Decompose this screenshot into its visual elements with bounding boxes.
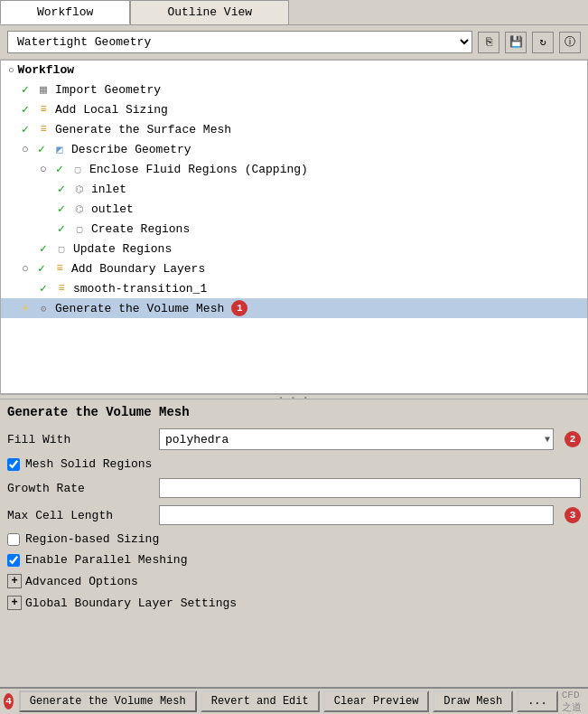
box-icon: ▢ — [70, 161, 86, 177]
item-label: Generate the Surface Mesh — [55, 123, 231, 136]
cylinder-icon: ⌬ — [71, 181, 88, 197]
max-cell-length-label: Max Cell Length — [7, 509, 152, 522]
item-label: Update Regions — [73, 242, 172, 256]
revert-edit-button[interactable]: Revert and Edit — [201, 691, 320, 712]
enable-parallel-meshing-label: Enable Parallel Meshing — [25, 553, 187, 567]
tab-outline-view[interactable]: Outline View — [130, 0, 289, 24]
item-label: Add Local Sizing — [55, 103, 168, 117]
tab-workflow[interactable]: Workflow — [0, 0, 130, 24]
bottom-bar: 4 Generate the Volume Mesh Revert and Ed… — [0, 687, 588, 714]
list-item[interactable]: ✓ ⌬ inlet — [1, 179, 587, 199]
copy-icon[interactable]: ⎘ — [478, 32, 499, 53]
check-icon: ✓ — [35, 142, 48, 156]
check-icon: ✓ — [55, 182, 68, 196]
check-icon: ✓ — [53, 162, 66, 176]
divider-dots: • • • — [278, 393, 309, 401]
check-icon: ✓ — [19, 122, 32, 136]
advanced-options-plus-icon[interactable]: + — [7, 574, 22, 588]
fill-with-label: Fill With — [7, 433, 152, 446]
list-item[interactable]: ✓ ≡ Generate the Surface Mesh — [1, 119, 587, 139]
list-item[interactable]: ✓ ▢ Update Regions — [1, 239, 587, 258]
save-icon[interactable]: 💾 — [505, 32, 527, 53]
warn-icon: ⚡ — [19, 301, 32, 315]
item-label: smooth-transition_1 — [73, 282, 207, 296]
box-icon: ▢ — [71, 221, 88, 237]
workflow-collapse-btn[interactable]: ○ — [8, 65, 14, 76]
item-label: Add Boundary Layers — [71, 262, 205, 276]
mesh-solid-regions-checkbox[interactable] — [7, 458, 20, 471]
box-icon: ▢ — [53, 240, 70, 257]
advanced-options-toggle[interactable]: + Advanced Options — [0, 570, 588, 592]
advanced-options-label: Advanced Options — [25, 575, 138, 588]
circle-icon: ○ — [19, 143, 32, 156]
check-icon: ✓ — [55, 221, 68, 236]
item-label: outlet — [91, 202, 134, 216]
badge-2: 2 — [565, 431, 581, 447]
shape-icon: ◩ — [51, 141, 68, 157]
form-title: Generate the Volume Mesh — [0, 399, 588, 425]
region-based-sizing-row: Region-based Sizing — [0, 529, 588, 550]
draw-mesh-button[interactable]: Draw Mesh — [433, 691, 513, 712]
global-boundary-layer-toggle[interactable]: + Global Boundary Layer Settings — [0, 592, 588, 614]
generate-volume-mesh-button[interactable]: Generate the Volume Mesh — [19, 691, 197, 712]
enable-parallel-meshing-row: Enable Parallel Meshing — [0, 550, 588, 570]
item-label: Import Geometry — [55, 83, 161, 97]
check-icon: ✓ — [19, 102, 32, 117]
workflow-select[interactable]: Watertight Geometry Fault-tolerant Meshi… — [7, 31, 472, 53]
list-item[interactable]: ○ ✓ ≡ Add Boundary Layers — [1, 258, 587, 278]
check-icon: ✓ — [55, 202, 68, 216]
workflow-header: ○ Workflow — [1, 61, 587, 80]
cylinder-icon: ⌬ — [71, 201, 88, 217]
growth-rate-label: Growth Rate — [7, 482, 152, 495]
collapse-icon[interactable]: ○ — [19, 262, 32, 276]
enable-parallel-meshing-checkbox[interactable] — [7, 554, 20, 567]
max-cell-length-input[interactable]: 7.260006 — [159, 505, 554, 525]
layers-icon: ≡ — [35, 101, 51, 117]
info-icon[interactable]: ⓘ — [559, 32, 581, 53]
layers-icon: ≡ — [53, 280, 70, 296]
badge-3: 3 — [565, 507, 581, 523]
gear-icon: ⚙ — [35, 300, 51, 316]
list-item[interactable]: ⚡ ⚙ Generate the Volume Mesh 1 — [1, 298, 587, 318]
item-label: inlet — [91, 183, 126, 196]
item-label: Enclose Fluid Regions (Capping) — [89, 163, 308, 176]
global-boundary-label: Global Boundary Layer Settings — [25, 597, 237, 610]
mesh-solid-regions-label: Mesh Solid Regions — [25, 457, 152, 471]
fill-with-row: Fill With polyhedra hexcore tetrahedral … — [0, 425, 588, 454]
check-icon: ✓ — [37, 241, 50, 256]
refresh-icon[interactable]: ↻ — [532, 32, 554, 53]
check-icon: ✓ — [19, 82, 32, 97]
check-icon: ✓ — [35, 261, 48, 276]
list-item[interactable]: ✓ ▦ Import Geometry — [1, 80, 587, 99]
list-item[interactable]: ✓ ▢ Create Regions — [1, 219, 587, 239]
badge-4: 4 — [4, 693, 14, 709]
list-item[interactable]: ✓ ≡ Add Local Sizing — [1, 99, 587, 119]
clear-preview-button[interactable]: Clear Preview — [323, 691, 430, 712]
grid-icon: ▦ — [35, 81, 51, 98]
fill-with-select[interactable]: polyhedra hexcore tetrahedral — [159, 428, 554, 450]
workflow-title: Workflow — [18, 63, 74, 77]
max-cell-length-row: Max Cell Length 7.260006 3 — [0, 502, 588, 529]
workflow-panel: ○ Workflow ✓ ▦ Import Geometry ✓ ≡ Add L… — [0, 60, 588, 394]
growth-rate-input[interactable]: 1.2 — [159, 478, 581, 498]
list-item[interactable]: ○ ✓ ▢ Enclose Fluid Regions (Capping) — [1, 159, 587, 179]
item-label: Describe Geometry — [71, 143, 191, 156]
form-panel: Generate the Volume Mesh Fill With polyh… — [0, 399, 588, 621]
badge-1: 1 — [231, 300, 247, 316]
layers-icon: ≡ — [35, 121, 51, 137]
more-button[interactable]: ... — [517, 691, 558, 712]
region-based-sizing-label: Region-based Sizing — [25, 532, 159, 546]
region-based-sizing-checkbox[interactable] — [7, 533, 20, 546]
collapse-icon[interactable]: ○ — [37, 163, 50, 176]
item-label: Generate the Volume Mesh — [55, 302, 224, 315]
tab-bar: Workflow Outline View — [0, 0, 588, 25]
fill-with-select-wrapper: polyhedra hexcore tetrahedral ▼ — [159, 428, 554, 450]
watermark-text: CFD之道 — [562, 690, 584, 714]
list-item[interactable]: ○ ✓ ◩ Describe Geometry — [1, 139, 587, 159]
check-icon: ✓ — [37, 281, 50, 296]
growth-rate-row: Growth Rate 1.2 — [0, 474, 588, 502]
list-item[interactable]: ✓ ⌬ outlet — [1, 199, 587, 219]
list-item[interactable]: ✓ ≡ smooth-transition_1 — [1, 278, 587, 298]
global-boundary-plus-icon[interactable]: + — [7, 596, 22, 610]
mesh-solid-regions-row: Mesh Solid Regions — [0, 454, 588, 474]
